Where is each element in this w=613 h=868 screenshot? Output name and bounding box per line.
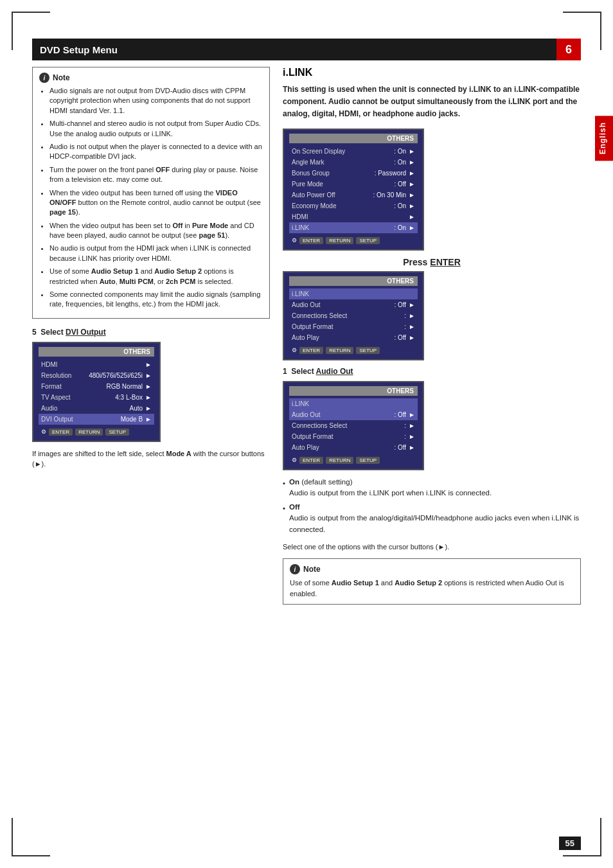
osd1-controls: ⚙ ENTER RETURN SETUP: [39, 427, 154, 437]
osd1-title: OTHERS: [39, 347, 154, 357]
osd1-return-btn: RETURN: [75, 429, 103, 436]
osd1-enter-btn: ENTER: [49, 429, 73, 436]
osd1-setup-icon: ⚙: [41, 429, 46, 435]
note-item-2: Multi-channel and stereo audio is not ou…: [49, 119, 263, 139]
osd4-row-audioout: Audio Out : Off ►: [289, 409, 418, 420]
right-column: i.LINK This setting is used when the uni…: [283, 60, 581, 817]
osd3-row-connselect: Connections Select : ►: [289, 310, 418, 321]
off-bullet-text: OffAudio is output from the analog/digit…: [289, 502, 581, 535]
osd2-row-economymode: Economy Mode : On ►: [289, 200, 418, 211]
off-bullet: • OffAudio is output from the analog/dig…: [283, 502, 581, 535]
ilink-title: i.LINK: [283, 67, 581, 78]
osd4-row-outputformat: Output Format : ►: [289, 431, 418, 442]
osd4-title: OTHERS: [289, 386, 418, 396]
osd3-row-audioout: Audio Out : Off ►: [289, 299, 418, 310]
note-icon: i: [39, 73, 49, 83]
osd3-title: OTHERS: [289, 276, 418, 286]
osd2-enter-btn: ENTER: [299, 237, 323, 244]
osd2-setup-icon: ⚙: [292, 237, 297, 244]
note-body: Audio signals are not output from DVD-Au…: [39, 86, 263, 310]
note2-header: i Note: [290, 564, 574, 574]
osd2-row-onscreen: On Screen Display : On ►: [289, 146, 418, 157]
header-bar: DVD Setup Menu 6: [32, 39, 581, 60]
cursor-text: Select one of the options with the curso…: [283, 542, 581, 553]
note-box-2: i Note Use of some Audio Setup 1 and Aud…: [283, 558, 581, 605]
press-enter-label: Press ENTER: [283, 257, 581, 267]
osd2-setup-btn: SETUP: [356, 237, 380, 244]
note-item-4: Turn the power on the front panel OFF du…: [49, 165, 263, 185]
step1-heading: 1 Select Audio Out: [283, 367, 581, 376]
note-label: Note: [53, 73, 70, 82]
osd1-row-resolution: Resolution 480i/576i/525i/625i ►: [39, 370, 154, 381]
osd4-row-connselect: Connections Select : ►: [289, 420, 418, 431]
note-header: i Note: [39, 73, 263, 83]
osd4-return-btn: RETURN: [326, 457, 353, 464]
osd-menu-3: OTHERS i.LINK Audio Out : Off ► Connecti…: [283, 271, 424, 360]
osd1-row-format: Format RGB Normal ►: [39, 381, 154, 392]
osd2-row-autopoweroff: Auto Power Off : On 30 Min ►: [289, 190, 418, 200]
off-bullet-dot: •: [283, 503, 285, 535]
note-box: i Note Audio signals are not output from…: [32, 67, 270, 319]
main-content: i Note Audio signals are not output from…: [32, 60, 581, 817]
osd3-setup-btn: SETUP: [356, 347, 380, 354]
note-item-1: Audio signals are not output from DVD-Au…: [49, 86, 263, 116]
osd3-row-outputformat: Output Format : ►: [289, 321, 418, 332]
on-bullet-text: On (default setting)Audio is output from…: [289, 477, 492, 499]
osd2-row-anglemark: Angle Mark : On ►: [289, 157, 418, 168]
osd-menu-1: OTHERS HDMI ► Resolution 480i/576i/525i/…: [32, 342, 161, 442]
note-item-7: No audio is output from the HDMI jack wh…: [49, 244, 263, 263]
step5-bold: DVI Output: [66, 328, 106, 337]
osd4-row-autoplay: Auto Play : Off ►: [289, 442, 418, 453]
osd3-enter-btn: ENTER: [299, 347, 323, 354]
note-item-3: Audio is not output when the player is c…: [49, 142, 263, 162]
note-item-9: Some connected components may limit the …: [49, 290, 263, 310]
chapter-number: 6: [556, 39, 581, 60]
note2-label: Note: [303, 565, 321, 574]
page-title: DVD Setup Menu: [40, 44, 118, 55]
osd4-enter-btn: ENTER: [299, 457, 323, 464]
osd-menu-4: OTHERS i.LINK Audio Out : Off ► Connecti…: [283, 381, 424, 470]
osd4-setup-icon: ⚙: [292, 457, 297, 463]
osd3-controls: ⚙ ENTER RETURN SETUP: [289, 346, 418, 355]
caption1: If images are shifted to the left side, …: [32, 448, 270, 470]
page-number: 55: [559, 837, 581, 850]
note-item-5: When the video output has been turned of…: [49, 188, 263, 218]
osd2-row-puremode: Pure Mode : Off ►: [289, 179, 418, 190]
osd1-row-dvioutput: DVI Output Mode B ►: [39, 414, 154, 425]
step5-heading: 5 Select DVI Output: [32, 328, 270, 337]
on-bullet-dot: •: [283, 478, 285, 499]
language-tab: English: [595, 116, 613, 161]
osd2-row-bonusgroup: Bonus Group : Password ►: [289, 168, 418, 179]
osd2-row-ilink: i.LINK : On ►: [289, 222, 418, 233]
ilink-desc: This setting is used when the unit is co…: [283, 84, 581, 121]
osd2-return-btn: RETURN: [326, 237, 353, 244]
osd4-row-ilink: i.LINK: [289, 398, 418, 409]
step5-num: 5 Select: [32, 328, 66, 337]
osd1-row-audio: Audio Auto ►: [39, 403, 154, 414]
osd1-row-tvaspect: TV Aspect 4:3 L-Box ►: [39, 392, 154, 403]
osd2-row-hdmi: HDMI ►: [289, 211, 418, 222]
osd4-setup-btn: SETUP: [356, 457, 380, 464]
osd1-row-hdmi: HDMI ►: [39, 359, 154, 370]
osd2-title: OTHERS: [289, 134, 418, 143]
osd3-setup-icon: ⚙: [292, 347, 297, 353]
osd3-return-btn: RETURN: [326, 347, 353, 354]
osd4-controls: ⚙ ENTER RETURN SETUP: [289, 456, 418, 465]
left-column: i Note Audio signals are not output from…: [32, 60, 270, 817]
note-item-8: Use of some Audio Setup 1 and Audio Setu…: [49, 267, 263, 287]
on-bullet: • On (default setting)Audio is output fr…: [283, 477, 581, 499]
note2-body: Use of some Audio Setup 1 and Audio Setu…: [290, 578, 574, 599]
osd2-controls: ⚙ ENTER RETURN SETUP: [289, 236, 418, 245]
osd1-setup-btn: SETUP: [105, 429, 129, 436]
osd3-row-autoplay: Auto Play : Off ►: [289, 332, 418, 343]
on-off-section: • On (default setting)Audio is output fr…: [283, 477, 581, 535]
osd-menu-2: OTHERS On Screen Display : On ► Angle Ma…: [283, 128, 424, 251]
note-item-6: When the video output has been set to Of…: [49, 221, 263, 241]
note2-icon: i: [290, 564, 300, 574]
osd3-row-ilink: i.LINK: [289, 288, 418, 299]
corner-border-bottom-left: [12, 818, 50, 856]
